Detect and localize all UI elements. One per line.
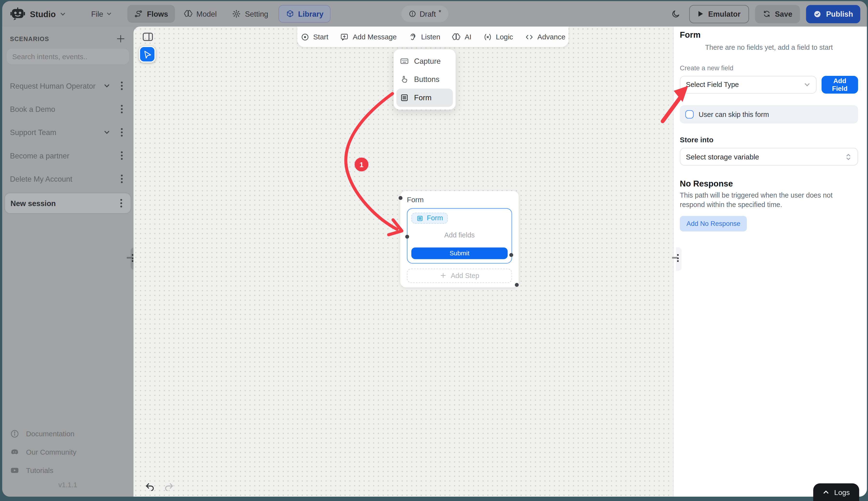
submit-button[interactable]: Submit xyxy=(411,247,508,259)
add-scenario-button[interactable] xyxy=(116,34,126,44)
gear-icon xyxy=(232,9,241,18)
connection-dot[interactable] xyxy=(405,235,409,239)
publish-button[interactable]: Publish xyxy=(806,4,860,23)
connection-dot[interactable] xyxy=(515,283,519,287)
kebab-menu-icon[interactable] xyxy=(118,128,126,137)
toolbar-start-button[interactable]: Start xyxy=(300,32,329,41)
menu-item-capture[interactable]: Capture xyxy=(396,52,453,70)
kebab-menu-icon[interactable] xyxy=(118,151,126,160)
toolbar-add-message-button[interactable]: Add Message xyxy=(340,32,397,41)
sidebar-item-support-team[interactable]: Support Team xyxy=(4,124,131,141)
canvas-toolbar: Start Add Message xyxy=(297,26,569,47)
ear-icon xyxy=(408,32,417,41)
add-step-button[interactable]: Add Step xyxy=(407,268,512,283)
chevron-down-icon[interactable] xyxy=(104,129,110,136)
create-field-row: Select Field Type Add Field xyxy=(680,76,858,94)
undo-button[interactable] xyxy=(144,481,156,492)
tab-model[interactable]: Model xyxy=(177,5,223,23)
chevron-down-icon[interactable] xyxy=(104,83,110,89)
studio-menu[interactable]: Studio xyxy=(9,5,70,23)
tutorials-link[interactable]: Tutorials xyxy=(2,461,133,480)
grip-dash-icon xyxy=(127,257,132,259)
toolbar-logic-button[interactable]: Logic xyxy=(483,32,513,41)
connection-dot[interactable] xyxy=(398,196,403,200)
scenario-label: Support Team xyxy=(10,128,103,137)
form-step-box[interactable]: Form Add fields Submit xyxy=(407,208,512,263)
connection-dot[interactable] xyxy=(510,253,513,257)
cursor-tool-button[interactable] xyxy=(139,46,156,63)
panel-resize-handle[interactable] xyxy=(676,248,681,271)
add-no-response-button[interactable]: Add No Response xyxy=(680,216,747,231)
add-field-button[interactable]: Add Field xyxy=(822,76,858,94)
sidebar-item-become-a-partner[interactable]: Become a partner xyxy=(4,147,131,164)
scenario-label: New session xyxy=(11,199,117,207)
node-title: Form xyxy=(407,195,512,204)
logs-button[interactable]: Logs xyxy=(813,483,859,501)
form-icon xyxy=(400,93,409,103)
draft-status-badge[interactable]: Draft * xyxy=(401,6,449,22)
documentation-link[interactable]: Documentation xyxy=(2,425,133,443)
library-label: Library xyxy=(298,10,323,18)
kebab-menu-icon[interactable] xyxy=(118,82,126,90)
menu-item-form[interactable]: Form xyxy=(396,89,453,107)
undo-icon xyxy=(144,481,156,492)
tab-flows[interactable]: Flows xyxy=(128,5,175,23)
youtube-icon xyxy=(10,466,19,475)
save-button[interactable]: Save xyxy=(755,4,800,23)
add-fields-placeholder[interactable]: Add fields xyxy=(411,231,508,239)
search-input[interactable] xyxy=(7,49,129,64)
brain-icon xyxy=(184,9,192,18)
scenario-label: Book a Demo xyxy=(10,105,118,113)
community-link[interactable]: Our Community xyxy=(2,443,133,461)
cube-icon xyxy=(286,9,294,18)
sync-icon xyxy=(763,10,770,18)
skip-form-checkbox[interactable] xyxy=(685,110,694,118)
sidebar-item-request-human-operator[interactable]: Request Human Operator xyxy=(4,77,131,94)
model-label: Model xyxy=(196,10,217,18)
add-step-label: Add Step xyxy=(451,271,479,279)
field-type-value: Select Field Type xyxy=(686,81,739,89)
setting-label: Setting xyxy=(245,10,268,18)
panel-toggle-icon xyxy=(142,32,153,42)
form-icon xyxy=(416,214,424,222)
form-chip-label: Form xyxy=(427,214,443,222)
tab-library[interactable]: Library xyxy=(278,5,331,23)
menu-item-label: Buttons xyxy=(414,75,440,84)
app-version: v1.1.1 xyxy=(2,481,133,489)
form-chip[interactable]: Form xyxy=(411,213,448,224)
toolbar-listen-button[interactable]: Listen xyxy=(408,32,440,41)
footer-link-label: Documentation xyxy=(26,430,74,438)
dark-mode-toggle[interactable] xyxy=(669,7,683,21)
sidebar-item-book-a-demo[interactable]: Book a Demo xyxy=(4,101,131,117)
top-bar: Studio File xyxy=(2,1,867,26)
emulator-button[interactable]: Emulator xyxy=(689,4,749,23)
panel-toggle-button[interactable] xyxy=(142,32,153,42)
empty-fields-text: There are no fields yet, add a field to … xyxy=(680,44,858,52)
no-response-description: This path will be triggered when the use… xyxy=(680,191,858,210)
field-type-select[interactable]: Select Field Type xyxy=(680,76,816,94)
sidebar-item-delete-my-account[interactable]: Delete My Account xyxy=(4,171,131,187)
redo-button[interactable] xyxy=(163,481,174,492)
kebab-menu-icon[interactable] xyxy=(117,199,125,208)
studio-label: Studio xyxy=(30,9,56,19)
properties-panel: Form There are no fields yet, add a fiel… xyxy=(673,26,867,497)
kebab-menu-icon[interactable] xyxy=(118,174,126,183)
tab-setting[interactable]: Setting xyxy=(226,5,275,23)
storage-variable-select[interactable]: Select storage variable xyxy=(680,148,858,166)
file-menu[interactable]: File xyxy=(85,5,119,23)
scenarios-sidebar: SCENARIOS Request Human Operator xyxy=(2,26,133,497)
chevron-down-icon xyxy=(107,11,112,17)
flow-canvas[interactable]: Start Add Message xyxy=(133,26,673,497)
flows-icon xyxy=(134,9,143,18)
redo-icon xyxy=(163,481,174,492)
form-node[interactable]: Form Form Add fields Submit xyxy=(400,191,519,287)
sidebar-item-new-session[interactable]: New session xyxy=(4,193,131,214)
menu-item-buttons[interactable]: Buttons xyxy=(396,70,453,89)
scenarios-title: SCENARIOS xyxy=(10,35,49,42)
toolbar-advance-button[interactable]: Advance xyxy=(525,32,565,41)
sidebar-header: SCENARIOS xyxy=(2,26,133,44)
logs-label: Logs xyxy=(834,488,850,497)
kebab-menu-icon[interactable] xyxy=(118,105,126,114)
toolbar-ai-button[interactable]: AI xyxy=(452,32,471,41)
skip-form-row: User can skip this form xyxy=(680,105,858,124)
